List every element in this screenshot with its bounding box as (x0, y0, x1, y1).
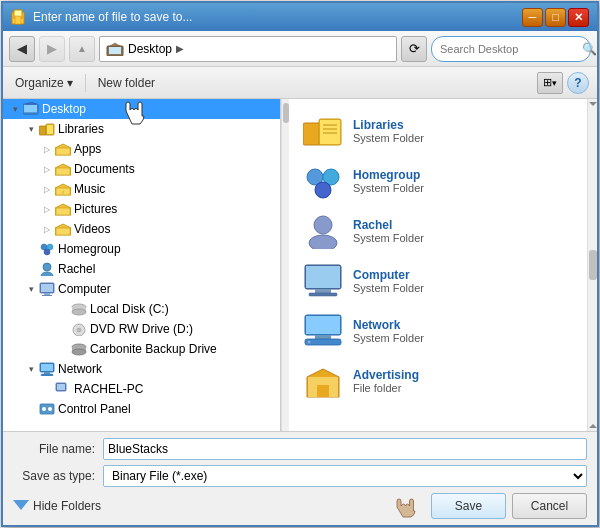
tree-item-carbonite[interactable]: Carbonite Backup Drive (3, 339, 280, 359)
tree-label-carbonite: Carbonite Backup Drive (90, 342, 217, 356)
libraries-filetype: System Folder (353, 132, 424, 144)
file-item-rachel[interactable]: Rachel System Folder (297, 207, 579, 255)
file-item-advertising[interactable]: Advertising File folder (297, 357, 579, 405)
file-item-computer[interactable]: Computer System Folder (297, 257, 579, 305)
svg-rect-38 (41, 374, 53, 376)
tree-item-localc[interactable]: Local Disk (C:) (3, 299, 280, 319)
file-item-network[interactable]: Network System Folder (297, 307, 579, 355)
desktop-breadcrumb-icon (106, 42, 124, 56)
filename-label: File name: (13, 442, 103, 456)
network-filetype: System Folder (353, 332, 424, 344)
tree-item-documents[interactable]: ▷ Documents (3, 159, 280, 179)
svg-rect-58 (309, 293, 337, 296)
scroll-up-icon[interactable] (589, 102, 597, 108)
tree-item-rachelpc[interactable]: RACHEL-PC (3, 379, 280, 399)
tree-item-control[interactable]: Control Panel (3, 399, 280, 419)
dialog-title: Enter name of file to save to... (33, 10, 192, 24)
tree-item-music[interactable]: ▷ ♪ Music (3, 179, 280, 199)
breadcrumb-bar[interactable]: Desktop ▶ (99, 36, 397, 62)
right-panel: Libraries System Folder Homegroup (289, 99, 587, 431)
svg-point-53 (314, 216, 332, 234)
close-button[interactable]: ✕ (568, 8, 589, 27)
svg-point-54 (309, 235, 337, 249)
tree-label-music: Music (74, 182, 105, 196)
tree-label-documents: Documents (74, 162, 135, 176)
back-button[interactable]: ◀ (9, 36, 35, 62)
homegroup-tree-icon (39, 241, 55, 257)
rachel-filename: Rachel (353, 218, 424, 232)
svg-rect-4 (109, 47, 121, 54)
svg-rect-24 (41, 284, 53, 292)
tree-item-computer[interactable]: ▾ Computer (3, 279, 280, 299)
svg-rect-36 (41, 364, 53, 371)
expand-videos-icon: ▷ (39, 219, 55, 239)
help-button[interactable]: ? (567, 72, 589, 94)
view-grid-icon: ⊞ (543, 76, 552, 89)
toolbar: Organize ▾ New folder ⊞ ▾ ? (3, 67, 597, 99)
computer-file-info: Computer System Folder (353, 268, 424, 294)
toolbar-separator (85, 74, 86, 92)
apps-tree-icon (55, 141, 71, 157)
left-scroll-thumb[interactable] (283, 103, 289, 123)
search-input[interactable] (440, 43, 578, 55)
file-item-homegroup[interactable]: Homegroup System Folder (297, 157, 579, 205)
search-bar[interactable]: 🔍 (431, 36, 591, 62)
new-folder-button[interactable]: New folder (94, 74, 159, 92)
tree-item-dvdd[interactable]: DVD RW Drive (D:) (3, 319, 280, 339)
content-area: ▾ Desktop ▾ (3, 99, 597, 431)
tree-item-network[interactable]: ▾ Network (3, 359, 280, 379)
tree-item-desktop[interactable]: ▾ Desktop (3, 99, 280, 119)
rachel-tree-icon (39, 261, 55, 277)
tree-item-homegroup[interactable]: Homegroup (3, 239, 280, 259)
tree-item-libraries[interactable]: ▾ Libraries (3, 119, 280, 139)
tree-item-rachel[interactable]: Rachel (3, 259, 280, 279)
expand-pictures-icon: ▷ (39, 199, 55, 219)
tree-item-apps[interactable]: ▷ Apps (3, 139, 280, 159)
expand-desktop-icon: ▾ (7, 99, 23, 119)
hide-folders-icon (13, 500, 29, 512)
savetype-select[interactable]: Binary File (*.exe) (103, 465, 587, 487)
organize-arrow-icon: ▾ (67, 76, 73, 90)
network-icon (303, 311, 343, 351)
save-button[interactable]: Save (431, 493, 506, 519)
right-scrollbar[interactable] (587, 99, 597, 431)
forward-button[interactable]: ▶ (39, 36, 65, 62)
expand-rachelpc-icon (39, 379, 55, 399)
left-scrollbar[interactable] (281, 99, 289, 431)
organize-button[interactable]: Organize ▾ (11, 74, 77, 92)
libraries-filename: Libraries (353, 118, 424, 132)
file-item-libraries[interactable]: Libraries System Folder (297, 107, 579, 155)
scroll-down-icon[interactable] (589, 422, 597, 428)
computer-tree-icon (39, 281, 55, 297)
title-buttons: ─ □ ✕ (522, 8, 589, 27)
right-scroll-thumb[interactable] (589, 250, 597, 280)
tree-label-videos: Videos (74, 222, 110, 236)
svg-rect-13 (56, 168, 70, 175)
svg-rect-40 (57, 384, 65, 390)
maximize-button[interactable]: □ (545, 8, 566, 27)
tree-item-pictures[interactable]: ▷ Pictures (3, 199, 280, 219)
refresh-button[interactable]: ⟳ (401, 36, 427, 62)
expand-carbonite-icon (55, 339, 71, 359)
left-panel: ▾ Desktop ▾ (3, 99, 281, 431)
savetype-row: Save as type: Binary File (*.exe) (13, 465, 587, 487)
save-hand-icon (385, 493, 421, 519)
homegroup-filetype: System Folder (353, 182, 424, 194)
up-button[interactable]: ▲ (69, 36, 95, 62)
svg-rect-44 (303, 123, 321, 145)
minimize-button[interactable]: ─ (522, 8, 543, 27)
view-button[interactable]: ⊞ ▾ (537, 72, 563, 94)
svg-point-52 (315, 182, 331, 198)
tree-label-dvdd: DVD RW Drive (D:) (90, 322, 193, 336)
hide-folders-label: Hide Folders (33, 499, 101, 513)
filename-input[interactable] (103, 438, 587, 460)
tree-label-rachel: Rachel (58, 262, 95, 276)
tree-item-videos[interactable]: ▷ Videos (3, 219, 280, 239)
expand-localc-icon (55, 299, 71, 319)
action-buttons: Save Cancel (385, 493, 587, 519)
advertising-file-info: Advertising File folder (353, 368, 419, 394)
save-dialog: Enter name of file to save to... ─ □ ✕ ◀… (1, 1, 599, 527)
cancel-button[interactable]: Cancel (512, 493, 587, 519)
libraries-tree-icon (39, 121, 55, 137)
hide-folders-button[interactable]: Hide Folders (13, 499, 101, 513)
